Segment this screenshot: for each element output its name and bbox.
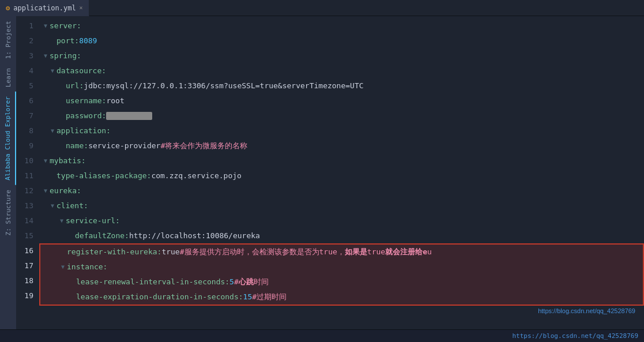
key-renewal: lease-renewal-interval-in-seconds: <box>76 275 229 290</box>
val-renewal: 5 <box>229 275 234 290</box>
line-num-6: 6 <box>16 93 39 108</box>
val-defaultzone: http://localhost:10086/eureka <box>129 228 260 243</box>
line-num-3: 3 <box>16 48 39 63</box>
fold-arrow-15 <box>67 228 75 243</box>
fold-arrow-10[interactable]: ▼ <box>42 153 50 168</box>
fold-arrow-4[interactable]: ▼ <box>48 63 57 78</box>
tab-close-button[interactable]: × <box>80 5 83 11</box>
comment-register-more: u <box>427 245 432 260</box>
fold-arrow-18 <box>68 275 76 290</box>
line-num-4: 4 <box>16 63 39 78</box>
key-port: port: <box>57 33 79 48</box>
line-num-9: 9 <box>16 138 39 153</box>
code-line-7: password: <box>39 108 644 123</box>
sidebar-item-cloud-explorer[interactable]: Alibaba Cloud Explorer <box>0 92 16 185</box>
comment-register-true: true <box>367 245 385 260</box>
line-num-16: 16 <box>16 243 39 258</box>
key-client: client: <box>57 198 88 213</box>
code-line-8: ▼ application: <box>39 123 644 138</box>
yaml-icon: ⚙ <box>6 4 10 12</box>
key-register: register-with-eureka: <box>67 245 161 260</box>
sidebar-item-project[interactable]: 1: Project <box>0 16 16 63</box>
line-num-14: 14 <box>16 213 39 228</box>
key-type-aliases: type-aliases-package: <box>57 168 151 183</box>
line-num-18: 18 <box>16 273 39 288</box>
code-line-5: url: jdbc:mysql://127.0.0.1:3306/ssm?use… <box>39 78 644 93</box>
comment-register-bold: 如果是 <box>345 245 367 260</box>
tab-bar: ⚙ application.yml × <box>0 0 644 16</box>
code-line-9: name: service-provider #将来会作为微服务的名称 <box>39 138 644 153</box>
sidebar-item-structure[interactable]: Z: Structure <box>0 185 16 240</box>
line-numbers: 1 2 3 4 5 6 7 8 9 10 11 12 13 14 15 16 1… <box>16 16 39 329</box>
code-lines: ▼ server: port: 8089 ▼ spring: ▼ <box>39 16 644 329</box>
fold-arrow-12[interactable]: ▼ <box>42 183 50 198</box>
fold-arrow-11 <box>48 168 57 183</box>
fold-arrow-13[interactable]: ▼ <box>48 198 57 213</box>
line-num-5: 5 <box>16 78 39 93</box>
comment-register: #服务提供方启动时，会检测该参数是否为true， <box>180 245 345 260</box>
fold-arrow-19 <box>68 290 76 305</box>
code-line-4: ▼ datasource: <box>39 63 644 78</box>
fold-arrow-17[interactable]: ▼ <box>59 260 67 275</box>
comment-expiration-text: 过期时间 <box>257 290 287 305</box>
key-defaultzone: defaultZone: <box>75 228 129 243</box>
val-name: service-provider <box>88 138 160 153</box>
val-register: true <box>161 245 179 260</box>
fold-arrow-14[interactable]: ▼ <box>58 213 66 228</box>
key-password: password: <box>66 108 106 123</box>
line-num-1: 1 <box>16 18 39 33</box>
comment-renewal: # <box>234 275 239 290</box>
key-datasource: datasource: <box>57 63 106 78</box>
key-expiration: lease-expiration-duration-in-seconds: <box>76 290 243 305</box>
key-mybatis: mybatis: <box>50 153 86 168</box>
fold-arrow-3[interactable]: ▼ <box>42 48 50 63</box>
tab-application-yml[interactable]: ⚙ application.yml × <box>0 0 89 16</box>
code-line-6: username: root <box>39 93 644 108</box>
key-server: server: <box>50 18 81 33</box>
fold-arrow-6 <box>58 93 66 108</box>
fold-arrow-2 <box>48 33 57 48</box>
code-line-14: ▼ service-url: <box>39 213 644 228</box>
code-line-17: ▼ instance: <box>39 260 644 275</box>
line-num-19: 19 <box>16 288 39 303</box>
fold-arrow-5 <box>58 78 66 93</box>
comment-renewal-bold: 心跳 <box>239 275 254 290</box>
main-area: 1: Project Learn Alibaba Cloud Explorer … <box>0 16 644 329</box>
key-eureka: eureka: <box>50 183 81 198</box>
val-password <box>106 112 152 120</box>
code-line-2: port: 8089 <box>39 33 644 48</box>
comment-name: #将来会作为微服务的名称 <box>160 138 247 153</box>
line-num-8: 8 <box>16 123 39 138</box>
line-num-7: 7 <box>16 108 39 123</box>
key-instance: instance: <box>67 260 107 275</box>
code-line-15: defaultZone: http://localhost:10086/eure… <box>39 228 644 243</box>
code-line-13: ▼ client: <box>39 198 644 213</box>
val-port: 8089 <box>79 33 97 48</box>
val-url: jdbc:mysql://127.0.0.1:3306/ssm?useSSL=t… <box>84 78 363 93</box>
sidebar-item-learn[interactable]: Learn <box>0 63 16 92</box>
key-service-url: service-url: <box>66 213 120 228</box>
fold-arrow-1[interactable]: ▼ <box>42 18 50 33</box>
code-line-16: register-with-eureka: true #服务提供方启动时，会检测… <box>39 243 644 260</box>
code-line-11: type-aliases-package: com.zzq.service.po… <box>39 168 644 183</box>
code-line-18: lease-renewal-interval-in-seconds: 5 # 心… <box>39 275 644 290</box>
comment-renewal-text: 时间 <box>254 275 269 290</box>
fold-arrow-9 <box>58 138 66 153</box>
comment-register-bold2: 就会注册给e <box>385 245 427 260</box>
key-application: application: <box>57 123 111 138</box>
code-line-19: lease-expiration-duration-in-seconds: 15… <box>39 290 644 306</box>
line-num-13: 13 <box>16 198 39 213</box>
line-num-11: 11 <box>16 168 39 183</box>
line-num-12: 12 <box>16 183 39 198</box>
val-expiration: 15 <box>243 290 253 305</box>
editor-area[interactable]: 1 2 3 4 5 6 7 8 9 10 11 12 13 14 15 16 1… <box>16 16 644 329</box>
code-line-3: ▼ spring: <box>39 48 644 63</box>
key-username: username: <box>66 93 106 108</box>
val-username: root <box>106 93 124 108</box>
key-spring: spring: <box>50 48 81 63</box>
code-line-1: ▼ server: <box>39 18 644 33</box>
fold-arrow-8[interactable]: ▼ <box>48 123 57 138</box>
code-line-12: ▼ eureka: <box>39 183 644 198</box>
code-line-10: ▼ mybatis: <box>39 153 644 168</box>
code-container: 1 2 3 4 5 6 7 8 9 10 11 12 13 14 15 16 1… <box>16 16 644 329</box>
